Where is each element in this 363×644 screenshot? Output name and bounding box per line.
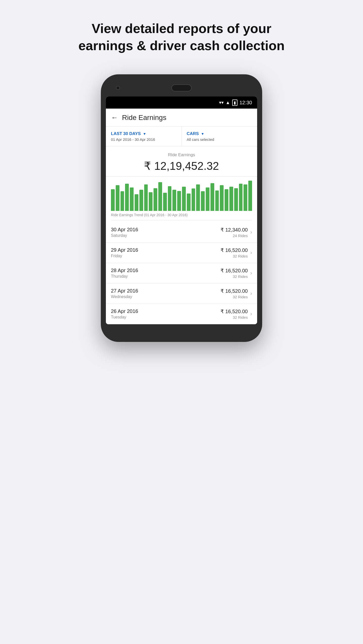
signal-icon: ▲ — [226, 100, 230, 105]
row-rides: 24 Rides — [221, 234, 248, 238]
app-bar: ← Ride Earnings — [106, 109, 257, 127]
status-time: 12:30 — [239, 100, 252, 106]
phone-bottom — [106, 324, 257, 334]
row-amount: ₹ 16,520.00 — [221, 247, 248, 253]
row-day: Thursday — [111, 274, 138, 279]
chart-bar — [239, 184, 243, 211]
phone-screen: ▾▾ ▲ ▮ 12:30 ← Ride Earnings LAST 30 DAY… — [106, 96, 257, 324]
period-filter[interactable]: LAST 30 DAYS ▼ 01 Apr 2016 - 30 Apr 2016 — [106, 127, 182, 146]
period-filter-value: 01 Apr 2016 - 30 Apr 2016 — [111, 137, 176, 142]
earnings-list: 30 Apr 2016 Saturday ₹ 12,340.00 24 Ride… — [106, 222, 257, 324]
row-amount-block: ₹ 16,520.00 32 Rides — [221, 308, 248, 319]
row-date: 28 Apr 2016 — [111, 268, 138, 273]
cars-filter-label: CARS ▼ — [187, 131, 252, 136]
earnings-row[interactable]: 26 Apr 2016 Tuesday ₹ 16,520.00 32 Rides… — [106, 304, 257, 324]
chart-bar — [120, 191, 124, 211]
front-camera — [116, 86, 120, 90]
earnings-row[interactable]: 30 Apr 2016 Saturday ₹ 12,340.00 24 Ride… — [106, 222, 257, 243]
earnings-row[interactable]: 28 Apr 2016 Thursday ₹ 16,520.00 32 Ride… — [106, 263, 257, 283]
period-dropdown-arrow: ▼ — [143, 132, 146, 136]
phone-speaker — [171, 84, 192, 91]
battery-icon: ▮ — [232, 100, 237, 106]
chart-bar — [201, 191, 205, 211]
row-amount-block: ₹ 16,520.00 32 Rides — [221, 288, 248, 299]
status-bar: ▾▾ ▲ ▮ 12:30 — [106, 96, 257, 109]
summary-label: RIde Earnings — [111, 152, 252, 157]
row-amount: ₹ 16,520.00 — [221, 268, 248, 274]
cars-dropdown-arrow: ▼ — [201, 132, 204, 136]
row-date: 27 Apr 2016 — [111, 288, 138, 294]
row-rides: 32 Rides — [221, 274, 248, 279]
earnings-row[interactable]: 27 Apr 2016 Wednesday ₹ 16,520.00 32 Rid… — [106, 283, 257, 304]
chart-container: Ride Earnings Trend (01 Apr 2016 - 30 Ap… — [106, 177, 257, 222]
row-day: Wednesday — [111, 295, 138, 299]
row-date: 30 Apr 2016 — [111, 227, 138, 233]
cars-filter[interactable]: CARS ▼ All cars selected — [182, 127, 257, 146]
chart-bar — [210, 183, 214, 211]
earnings-row[interactable]: 29 Apr 2016 Friday ₹ 16,520.00 32 Rides … — [106, 243, 257, 263]
chart-bar — [125, 184, 129, 211]
row-amount-block: ₹ 16,520.00 32 Rides — [221, 247, 248, 258]
row-amount: ₹ 12,340.00 — [221, 227, 248, 233]
row-left: 29 Apr 2016 Friday — [111, 247, 138, 258]
chart-bar — [229, 187, 233, 211]
app-bar-title: Ride Earnings — [122, 114, 166, 122]
wifi-icon: ▾▾ — [219, 100, 224, 105]
chart-bar — [192, 188, 195, 211]
row-amount-block: ₹ 16,520.00 32 Rides — [221, 268, 248, 279]
chart-bar — [206, 187, 209, 211]
row-left: 26 Apr 2016 Tuesday — [111, 308, 138, 319]
chart-bar — [111, 189, 115, 211]
cars-filter-value: All cars selected — [187, 137, 252, 142]
phone-mockup: ▾▾ ▲ ▮ 12:30 ← Ride Earnings LAST 30 DAY… — [101, 74, 262, 342]
chart-bar — [182, 187, 186, 211]
row-day: Tuesday — [111, 315, 138, 319]
chart-bar — [220, 185, 224, 211]
chart-bar — [225, 189, 228, 211]
row-amount: ₹ 16,520.00 — [221, 308, 248, 314]
row-rides: 32 Rides — [221, 315, 248, 319]
row-date: 26 Apr 2016 — [111, 308, 138, 314]
row-left: 27 Apr 2016 Wednesday — [111, 288, 138, 299]
bar-chart — [111, 181, 252, 211]
page-headline: View detailed reports of your earnings &… — [78, 20, 285, 54]
row-amount-block: ₹ 12,340.00 24 Rides — [221, 227, 248, 238]
chart-bar — [177, 191, 181, 211]
chart-bar — [187, 194, 191, 211]
row-rides: 32 Rides — [221, 295, 248, 299]
row-day: Friday — [111, 254, 138, 258]
filter-row: LAST 30 DAYS ▼ 01 Apr 2016 - 30 Apr 2016… — [106, 127, 257, 146]
chart-bar — [144, 184, 148, 211]
chevron-right-icon: › — [250, 229, 252, 236]
chart-bar — [215, 190, 219, 211]
chart-bar — [168, 186, 172, 211]
row-day: Saturday — [111, 233, 138, 238]
chart-bar — [116, 185, 119, 211]
chart-bar — [163, 193, 167, 211]
row-right: ₹ 16,520.00 32 Rides › — [221, 247, 252, 258]
chevron-right-icon: › — [250, 311, 252, 317]
row-right: ₹ 16,520.00 32 Rides › — [221, 288, 252, 299]
phone-top — [106, 82, 257, 96]
status-icons: ▾▾ ▲ ▮ 12:30 — [219, 100, 252, 106]
chevron-right-icon: › — [250, 249, 252, 256]
row-left: 28 Apr 2016 Thursday — [111, 268, 138, 279]
row-rides: 32 Rides — [221, 254, 248, 258]
chart-bar — [172, 190, 176, 211]
chevron-right-icon: › — [250, 270, 252, 276]
chart-bar — [149, 192, 153, 211]
period-filter-label: LAST 30 DAYS ▼ — [111, 131, 176, 136]
chart-bar — [139, 190, 143, 211]
row-amount: ₹ 16,520.00 — [221, 288, 248, 294]
chart-bar — [234, 188, 238, 211]
chart-bar — [248, 181, 252, 211]
chart-bar — [158, 182, 162, 211]
row-left: 30 Apr 2016 Saturday — [111, 227, 138, 238]
back-button[interactable]: ← — [111, 114, 118, 122]
phone-shell: ▾▾ ▲ ▮ 12:30 ← Ride Earnings LAST 30 DAY… — [101, 74, 262, 342]
chart-bar — [196, 184, 200, 211]
chevron-right-icon: › — [250, 290, 252, 297]
chart-bar — [135, 194, 138, 211]
chart-bar — [154, 188, 157, 211]
chart-bar — [244, 184, 247, 211]
